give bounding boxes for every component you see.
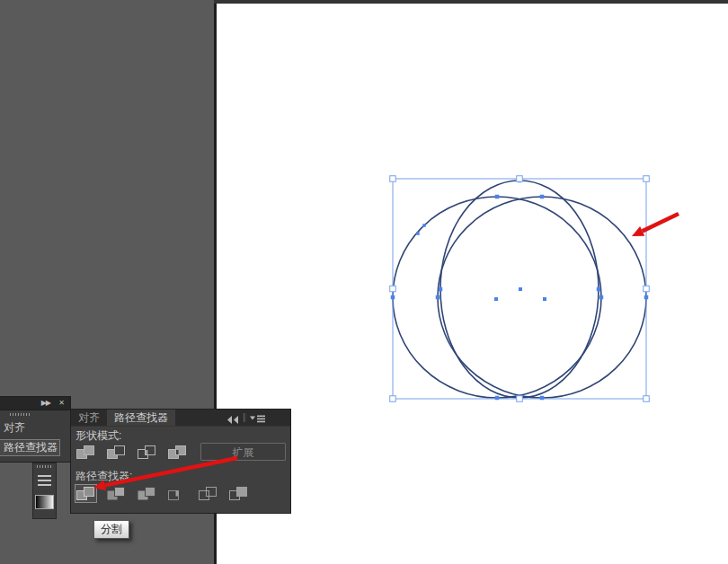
outline-icon [199, 486, 218, 501]
panel-dock [32, 463, 57, 519]
drag-handle-dots[interactable] [10, 413, 30, 416]
outline-button[interactable] [197, 484, 219, 503]
floating-panel-header: ▶▶ ✕ [0, 397, 70, 410]
pathfinder-section-label: 路径查找器: [75, 469, 132, 484]
minus-back-button[interactable] [227, 484, 250, 503]
artboard-canvas[interactable] [217, 4, 728, 564]
collapse-panel-icon[interactable] [227, 414, 239, 427]
trim-icon [107, 486, 126, 501]
stroke-panel-button[interactable] [38, 468, 51, 489]
tabbar-separator [244, 413, 246, 422]
gradient-icon [35, 495, 54, 509]
exclude-button[interactable] [166, 443, 189, 462]
expand-panels-icon[interactable]: ▶▶ [41, 399, 50, 408]
minus-front-button[interactable] [105, 443, 128, 462]
divide-icon [76, 486, 95, 501]
trim-button[interactable] [105, 484, 128, 503]
expand-button[interactable]: 扩展 [200, 443, 286, 461]
panel-menu-icon[interactable] [250, 413, 265, 426]
intersect-icon [138, 445, 156, 460]
tab-pathfinder[interactable]: 路径查找器 [107, 410, 175, 426]
divide-tooltip: 分割 [93, 520, 129, 539]
stroke-lines-icon [38, 475, 51, 486]
merge-icon [138, 486, 156, 501]
floating-panel: ▶▶ ✕ 对齐 路径查找器 [0, 396, 71, 463]
merge-button[interactable] [136, 484, 158, 503]
pathfinder-buttons [75, 484, 250, 503]
minus-front-icon [107, 445, 126, 460]
unite-button[interactable] [75, 443, 97, 462]
panel-tab-pathfinder[interactable]: 路径查找器 [0, 439, 60, 456]
minus-back-icon [229, 486, 248, 501]
intersect-button[interactable] [136, 443, 158, 462]
close-icon[interactable]: ✕ [58, 399, 65, 408]
exclude-icon [168, 445, 187, 460]
shape-modes-label: 形状模式: [75, 428, 121, 444]
crop-button[interactable] [166, 484, 189, 503]
tab-align[interactable]: 对齐 [71, 410, 107, 426]
pathfinder-tabbar: 对齐 路径查找器 [71, 410, 290, 427]
crop-icon [168, 486, 187, 501]
unite-icon [76, 445, 95, 460]
gradient-panel-button[interactable] [35, 489, 54, 509]
panel-tab-align[interactable]: 对齐 [0, 421, 70, 435]
pathfinder-panel: 对齐 路径查找器 形状模式: 扩展 路径查找器: [70, 409, 291, 514]
divide-button[interactable] [75, 484, 97, 503]
shape-mode-buttons [75, 443, 189, 462]
